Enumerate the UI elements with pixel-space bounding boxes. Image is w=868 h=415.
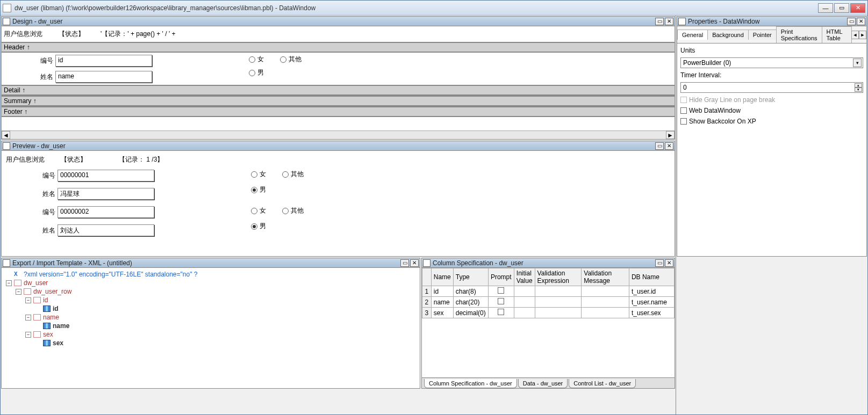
panel-close-button[interactable]: ✕ xyxy=(857,18,865,25)
panel-close-button[interactable]: ✕ xyxy=(665,142,673,150)
tree-node[interactable]: − dw_user_row xyxy=(4,287,418,296)
table-row[interactable]: 2 name char(20) t_user.name xyxy=(422,297,675,308)
col-type[interactable]: Type xyxy=(453,268,488,286)
radio-other[interactable]: 其他 xyxy=(282,206,304,215)
cell-validation-expr[interactable] xyxy=(535,297,582,308)
cell-name[interactable]: sex xyxy=(431,308,453,318)
backcolor-xp-checkbox-row[interactable]: Show Backcolor On XP xyxy=(680,118,863,125)
tab-html-table[interactable]: HTML Table xyxy=(822,26,852,43)
cell-type[interactable]: char(8) xyxy=(453,286,488,297)
web-dw-checkbox-row[interactable]: Web DataWindow xyxy=(680,107,863,114)
panel-maximize-button[interactable]: ▭ xyxy=(655,259,664,267)
checkbox-icon[interactable] xyxy=(498,287,504,294)
tree-node[interactable]: id xyxy=(4,304,418,313)
field-name[interactable]: name xyxy=(55,71,152,83)
radio-male[interactable]: 男 xyxy=(249,68,264,77)
col-dbname[interactable]: DB Name xyxy=(629,268,674,286)
panel-close-button[interactable]: ✕ xyxy=(665,259,673,267)
radio-male[interactable]: 男 xyxy=(251,222,266,231)
scroll-right-icon[interactable]: ► xyxy=(666,131,675,139)
preview-field-name[interactable]: 冯星球 xyxy=(58,188,154,200)
tab-pointer[interactable]: Pointer xyxy=(748,30,777,40)
spinner-up-icon[interactable]: ▴ xyxy=(855,83,862,88)
preview-field-id[interactable]: 00000001 xyxy=(58,170,154,181)
tab-print-spec[interactable]: Print Specifications xyxy=(776,26,822,43)
scroll-left-icon[interactable]: ◄ xyxy=(2,131,10,139)
panel-maximize-button[interactable]: ▭ xyxy=(655,18,664,25)
radio-female[interactable]: 女 xyxy=(251,170,266,179)
cell-validation-expr[interactable] xyxy=(535,308,582,318)
checkbox-icon[interactable] xyxy=(680,118,687,125)
preview-body[interactable]: 用户信息浏览 【状态】 【记录： 1 /3】 编号 00000001 姓名 冯星… xyxy=(2,151,675,256)
panel-maximize-button[interactable]: ▭ xyxy=(655,142,664,150)
cell-validation-msg[interactable] xyxy=(582,297,629,308)
close-button[interactable]: ✕ xyxy=(850,3,865,13)
tree-toggle-icon[interactable]: − xyxy=(16,289,21,295)
col-initial[interactable]: Initial Value xyxy=(514,268,535,286)
cell-validation-expr[interactable] xyxy=(535,286,582,297)
tab-control-list[interactable]: Control List - dw_user xyxy=(569,379,636,388)
cell-dbname[interactable]: t_user.name xyxy=(629,297,674,308)
cell-type[interactable]: decimal(0) xyxy=(453,308,488,318)
scroll-track[interactable] xyxy=(10,131,666,139)
cell-prompt[interactable] xyxy=(488,286,514,297)
table-row[interactable]: 1 id char(8) t_user.id xyxy=(422,286,675,297)
col-validation-msg[interactable]: Validation Message xyxy=(582,268,629,286)
cell-prompt[interactable] xyxy=(488,308,514,318)
radio-male[interactable]: 男 xyxy=(251,185,266,194)
cell-name[interactable]: id xyxy=(431,286,453,297)
cell-validation-msg[interactable] xyxy=(582,286,629,297)
minimize-button[interactable]: — xyxy=(818,3,833,13)
tree-toggle-icon[interactable]: − xyxy=(6,280,12,286)
panel-close-button[interactable]: ✕ xyxy=(665,18,673,25)
cell-prompt[interactable] xyxy=(488,297,514,308)
preview-field-id[interactable]: 00000002 xyxy=(58,206,154,218)
tree-toggle-icon[interactable]: − xyxy=(25,315,31,321)
cell-type[interactable]: char(20) xyxy=(453,297,488,308)
spinner-down-icon[interactable]: ▾ xyxy=(855,88,862,92)
tree-node[interactable]: − id xyxy=(4,296,418,304)
tab-general[interactable]: General xyxy=(677,30,708,40)
cell-dbname[interactable]: t_user.id xyxy=(629,286,674,297)
band-header[interactable]: Header ↑ xyxy=(2,42,675,53)
tab-background[interactable]: Background xyxy=(707,30,749,40)
field-id[interactable]: id xyxy=(55,55,152,67)
cell-initial[interactable] xyxy=(514,297,535,308)
checkbox-icon[interactable] xyxy=(498,298,504,304)
tree-node[interactable]: − dw_user xyxy=(4,279,418,287)
cell-name[interactable]: name xyxy=(431,297,453,308)
band-detail[interactable]: Detail ↑ xyxy=(2,85,675,96)
checkbox-icon[interactable] xyxy=(680,107,687,114)
radio-female[interactable]: 女 xyxy=(251,206,266,215)
panel-maximize-button[interactable]: ▭ xyxy=(847,18,856,25)
band-footer[interactable]: Footer ↑ xyxy=(2,106,675,117)
radio-female[interactable]: 女 xyxy=(249,55,264,64)
timer-interval-input[interactable]: 0 ▴ ▾ xyxy=(680,82,863,93)
radio-other[interactable]: 其他 xyxy=(282,170,304,179)
design-hscroll[interactable]: ◄ ► xyxy=(2,130,675,139)
tree-toggle-icon[interactable]: − xyxy=(25,332,31,338)
tree-node[interactable]: X ?xml version="1.0" encoding="UTF-16LE"… xyxy=(4,270,418,279)
cell-dbname[interactable]: t_user.sex xyxy=(629,308,674,318)
chevron-down-icon[interactable]: ▾ xyxy=(853,59,862,67)
tab-scroll-right-icon[interactable]: ► xyxy=(859,31,866,39)
checkbox-icon[interactable] xyxy=(498,309,504,315)
cell-initial[interactable] xyxy=(514,308,535,318)
tab-data[interactable]: Data - dw_user xyxy=(518,379,568,388)
maximize-button[interactable]: ▭ xyxy=(834,3,849,13)
col-name[interactable]: Name xyxy=(431,268,453,286)
table-row[interactable]: 3 sex decimal(0) t_user.sex xyxy=(422,308,675,318)
cell-initial[interactable] xyxy=(514,286,535,297)
cell-validation-msg[interactable] xyxy=(582,308,629,318)
tree-node[interactable]: − sex xyxy=(4,330,418,339)
tab-scroll-left-icon[interactable]: ◄ xyxy=(851,31,859,39)
design-body[interactable]: 用户信息浏览 【状态】 '【记录：' + page() + ' / ' + He… xyxy=(2,26,675,130)
units-select[interactable]: PowerBuilder (0) ▾ xyxy=(680,57,863,68)
col-validation-expr[interactable]: Validation Expression xyxy=(535,268,582,286)
tab-column-specification[interactable]: Column Specification - dw_user xyxy=(424,379,517,388)
tree-node[interactable]: sex xyxy=(4,339,418,347)
tree-node[interactable]: name xyxy=(4,322,418,330)
tree-toggle-icon[interactable]: − xyxy=(25,297,31,303)
radio-other[interactable]: 其他 xyxy=(280,55,302,64)
preview-field-name[interactable]: 刘达人 xyxy=(58,224,154,236)
